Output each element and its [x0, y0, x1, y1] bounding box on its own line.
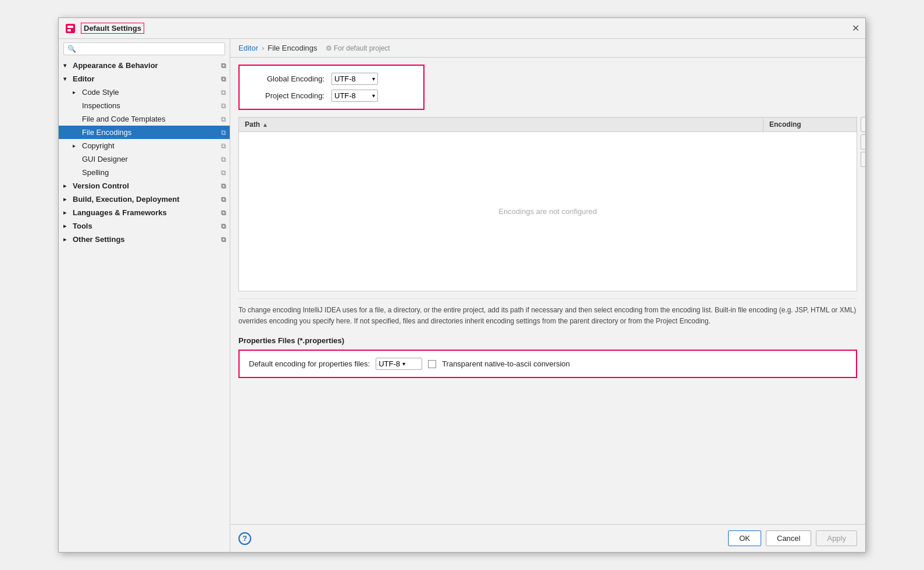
chevron-down-icon: ▾: [372, 76, 375, 82]
breadcrumb-separator: ›: [262, 44, 264, 52]
table-empty-message: Encodings are not configured: [239, 132, 857, 291]
sidebar-item-inspections[interactable]: ▸ Inspections ⧉: [59, 99, 230, 112]
search-icon: 🔍: [67, 45, 76, 53]
sidebar-item-build-exec-deploy[interactable]: ▸ Build, Execution, Deployment ⧉: [59, 193, 230, 206]
project-encoding-label: Project Encoding:: [249, 91, 324, 100]
sidebar-item-other-settings[interactable]: ▸ Other Settings ⧉: [59, 233, 230, 246]
breadcrumb-current: File Encodings: [267, 44, 317, 52]
global-encoding-select[interactable]: UTF-8 ▾: [331, 73, 378, 85]
copy-icon: ⧉: [221, 169, 226, 177]
copy-icon: ⧉: [221, 222, 226, 230]
properties-box: Default encoding for properties files: U…: [238, 350, 857, 378]
sidebar-item-label: Appearance & Behavior: [73, 61, 158, 70]
path-table-wrapper: Path ▲ Encoding Encodings are not config…: [238, 117, 857, 291]
native-to-ascii-checkbox[interactable]: [428, 360, 436, 368]
sidebar-item-spelling[interactable]: ▸ Spelling ⧉: [59, 166, 230, 179]
help-button[interactable]: ?: [238, 532, 251, 545]
global-encoding-label: Global Encoding:: [249, 74, 324, 83]
copy-icon: ⧉: [221, 142, 226, 150]
path-header-text: Path: [245, 120, 260, 129]
sidebar-item-file-encodings[interactable]: ▸ File Encodings ⧉: [59, 126, 230, 139]
sidebar-item-label: Other Settings: [73, 235, 125, 244]
svg-rect-0: [66, 24, 75, 33]
copy-icon: ⧉: [221, 209, 226, 217]
global-encoding-row: Global Encoding: UTF-8 ▾: [249, 73, 414, 85]
sidebar-item-label: GUI Designer: [82, 155, 128, 163]
main-content: Editor › File Encodings ⚙ For default pr…: [230, 39, 865, 552]
apply-button[interactable]: Apply: [816, 530, 857, 546]
path-table: Path ▲ Encoding Encodings are not config…: [238, 117, 857, 291]
bottom-left: ?: [238, 532, 251, 545]
copy-icon: ⧉: [221, 236, 226, 244]
sidebar-item-label: Languages & Frameworks: [73, 208, 167, 217]
sidebar-item-version-control[interactable]: ▸ Version Control ⧉: [59, 179, 230, 193]
sidebar-item-label: Copyright: [82, 141, 115, 150]
sidebar-item-gui-designer[interactable]: ▸ GUI Designer ⧉: [59, 152, 230, 166]
properties-section-title: Properties Files (*.properties): [238, 336, 857, 345]
sidebar: 🔍 ▾ Appearance & Behavior ⧉ ▾ Editor ⧉ ▸…: [59, 39, 230, 552]
description-text: To change encoding IntelliJ IDEA uses fo…: [238, 298, 857, 327]
sidebar-item-label: Tools: [73, 222, 92, 230]
native-to-ascii-label: Transparent native-to-ascii conversion: [442, 359, 570, 368]
encoding-settings-box: Global Encoding: UTF-8 ▾ Project Encodin…: [238, 65, 424, 110]
encoding-column-header[interactable]: Encoding: [764, 117, 857, 131]
copy-icon: ⧉: [221, 62, 226, 70]
sidebar-item-copyright[interactable]: ▸ Copyright ⧉: [59, 139, 230, 152]
chevron-right-icon: ▸: [63, 223, 70, 229]
sidebar-item-label: Build, Execution, Deployment: [73, 195, 179, 204]
svg-rect-2: [67, 29, 71, 31]
sidebar-item-label: Code Style: [82, 88, 119, 97]
chevron-right-icon: ▸: [73, 142, 80, 149]
copy-icon: ⧉: [221, 88, 226, 97]
ok-button[interactable]: OK: [728, 530, 761, 546]
copy-icon-selected: ⧉: [221, 129, 226, 137]
default-settings-dialog: Default Settings ✕ 🔍 ▾ Appearance & Beha…: [58, 17, 866, 553]
edit-encoding-button[interactable]: ✎: [861, 152, 865, 167]
sidebar-item-label: Inspections: [82, 101, 120, 110]
sidebar-item-label: File Encodings: [82, 128, 131, 137]
remove-encoding-button[interactable]: −: [861, 134, 865, 149]
chevron-down-icon: ▾: [63, 76, 70, 82]
path-table-header: Path ▲ Encoding: [239, 117, 857, 132]
sidebar-item-code-style[interactable]: ▸ Code Style ⧉: [59, 86, 230, 99]
breadcrumb-parent[interactable]: Editor: [238, 44, 258, 52]
project-encoding-value: UTF-8: [334, 91, 356, 100]
sidebar-item-editor[interactable]: ▾ Editor ⧉: [59, 72, 230, 86]
search-box[interactable]: 🔍: [63, 42, 225, 55]
chevron-down-icon: ▾: [372, 92, 375, 99]
breadcrumb: Editor › File Encodings ⚙ For default pr…: [230, 39, 865, 58]
project-encoding-select[interactable]: UTF-8 ▾: [331, 90, 378, 102]
chevron-right-icon: ▸: [63, 209, 70, 216]
default-encoding-label: Default encoding for properties files:: [249, 359, 370, 368]
copy-icon: ⧉: [221, 195, 226, 204]
breadcrumb-note: ⚙ For default project: [326, 44, 390, 52]
sidebar-item-appearance-behavior[interactable]: ▾ Appearance & Behavior ⧉: [59, 59, 230, 72]
dialog-title: Default Settings: [81, 23, 144, 34]
chevron-right-icon: ▸: [73, 89, 80, 95]
close-button[interactable]: ✕: [852, 24, 859, 33]
chevron-down-icon: ▾: [63, 62, 70, 69]
sidebar-item-label: Spelling: [82, 168, 109, 177]
project-encoding-row: Project Encoding: UTF-8 ▾: [249, 90, 414, 102]
sidebar-item-file-code-templates[interactable]: ▸ File and Code Templates ⧉: [59, 112, 230, 126]
properties-encoding-value: UTF-8: [379, 359, 400, 368]
app-icon: [65, 23, 76, 34]
copy-icon: ⧉: [221, 102, 226, 110]
add-encoding-button[interactable]: +: [861, 117, 865, 132]
sidebar-item-tools[interactable]: ▸ Tools ⧉: [59, 219, 230, 233]
sidebar-item-label: Editor: [73, 74, 95, 83]
chevron-down-icon: ▾: [402, 361, 405, 367]
dialog-body: 🔍 ▾ Appearance & Behavior ⧉ ▾ Editor ⧉ ▸…: [59, 39, 865, 552]
search-input[interactable]: [79, 45, 221, 53]
path-column-header[interactable]: Path ▲: [239, 117, 764, 131]
copy-icon: ⧉: [221, 75, 226, 83]
properties-encoding-select[interactable]: UTF-8 ▾: [376, 358, 422, 370]
svg-rect-1: [67, 26, 73, 28]
sidebar-item-languages-frameworks[interactable]: ▸ Languages & Frameworks ⧉: [59, 206, 230, 219]
table-actions: + − ✎: [861, 117, 865, 167]
sidebar-item-label: Version Control: [73, 181, 129, 190]
title-bar-left: Default Settings: [65, 23, 144, 34]
cancel-button[interactable]: Cancel: [766, 530, 811, 546]
sort-asc-icon: ▲: [262, 122, 268, 128]
chevron-right-icon: ▸: [63, 183, 70, 189]
